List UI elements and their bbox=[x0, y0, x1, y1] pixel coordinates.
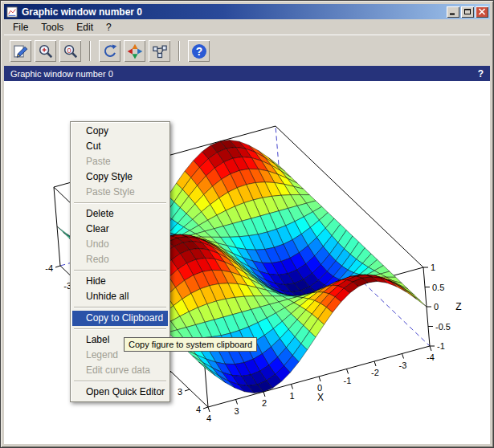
rotate-icon bbox=[102, 43, 118, 59]
svg-text:?: ? bbox=[195, 46, 202, 58]
menubar-item-tools[interactable]: Tools bbox=[35, 20, 70, 35]
svg-text:-4: -4 bbox=[427, 352, 435, 362]
infobar: Graphic window number 0 ? bbox=[4, 66, 490, 81]
close-icon bbox=[478, 8, 486, 15]
infobar-help-button[interactable]: ? bbox=[478, 68, 484, 79]
export-icon bbox=[13, 43, 29, 59]
toolbar: 0? bbox=[4, 35, 490, 67]
context-menu-item-delete[interactable]: Delete bbox=[72, 206, 168, 222]
context-menu-item-cut[interactable]: Cut bbox=[72, 139, 168, 154]
menubar-item-help[interactable]: ? bbox=[100, 20, 118, 35]
export-button[interactable] bbox=[10, 40, 31, 62]
svg-text:3: 3 bbox=[234, 406, 239, 416]
context-menu: CopyCutPasteCopy StylePaste StyleDeleteC… bbox=[70, 121, 170, 402]
zoom-original-button[interactable]: 0 bbox=[59, 40, 81, 62]
svg-text:-1: -1 bbox=[437, 341, 445, 351]
help-icon: ? bbox=[191, 43, 207, 59]
context-menu-item-clear[interactable]: Clear bbox=[72, 222, 168, 237]
context-menu-item-paste-style: Paste Style bbox=[72, 185, 168, 200]
svg-text:3: 3 bbox=[178, 387, 182, 397]
svg-text:0: 0 bbox=[67, 46, 71, 54]
svg-text:-3: -3 bbox=[399, 360, 407, 370]
svg-text:2: 2 bbox=[262, 398, 267, 408]
context-menu-item-undo: Undo bbox=[72, 237, 168, 252]
context-menu-separator bbox=[74, 381, 166, 382]
minimize-button[interactable] bbox=[447, 6, 459, 18]
maximize-icon bbox=[463, 8, 472, 15]
context-menu-separator bbox=[74, 307, 166, 308]
menubar-item-file[interactable]: File bbox=[6, 20, 35, 35]
context-menu-item-unhide-all[interactable]: Unhide all bbox=[72, 289, 168, 304]
svg-text:1: 1 bbox=[431, 263, 435, 272]
infobar-title: Graphic window number 0 bbox=[10, 69, 113, 79]
rotation-3d-button[interactable] bbox=[124, 40, 145, 62]
ged-icon bbox=[152, 43, 168, 59]
context-menu-item-open-quick-editor[interactable]: Open Quick Editor bbox=[72, 385, 168, 400]
minimize-icon bbox=[449, 8, 457, 15]
svg-text:-4: -4 bbox=[45, 263, 53, 273]
context-menu-separator bbox=[74, 328, 166, 330]
zoom-in-icon bbox=[38, 43, 54, 59]
window-title: Graphic window number 0 bbox=[22, 6, 447, 18]
svg-text:1: 1 bbox=[289, 391, 294, 401]
svg-text:X: X bbox=[317, 392, 324, 403]
svg-text:4: 4 bbox=[206, 413, 211, 423]
ged-button[interactable] bbox=[149, 40, 170, 62]
maximize-button[interactable] bbox=[461, 6, 474, 18]
help-button[interactable]: ? bbox=[188, 40, 210, 62]
context-menu-separator bbox=[74, 202, 166, 204]
menubar-item-edit[interactable]: Edit bbox=[70, 20, 100, 35]
svg-text:0.5: 0.5 bbox=[432, 283, 444, 292]
toolbar-separator bbox=[89, 41, 91, 61]
axis-labels: XZ bbox=[317, 301, 462, 403]
window: Graphic window number 0 FileToolsEdit? 0… bbox=[0, 0, 494, 448]
context-menu-item-copy-style[interactable]: Copy Style bbox=[72, 169, 168, 185]
toolbar-separator bbox=[178, 41, 180, 61]
window-controls bbox=[447, 6, 488, 18]
svg-text:4: 4 bbox=[196, 405, 201, 414]
tooltip: Copy figure to system clipboard bbox=[124, 337, 257, 352]
svg-text:0: 0 bbox=[434, 302, 439, 312]
menubar: FileToolsEdit? bbox=[4, 19, 490, 35]
window-icon bbox=[6, 6, 18, 18]
context-menu-item-copy[interactable]: Copy bbox=[72, 124, 168, 139]
svg-text:Z: Z bbox=[455, 301, 461, 312]
context-menu-item-copy-to-clipboard[interactable]: Copy to Clipboard bbox=[72, 311, 168, 326]
zoom-original-icon: 0 bbox=[63, 43, 79, 59]
context-menu-item-hide[interactable]: Hide bbox=[72, 274, 168, 289]
context-menu-item-paste: Paste bbox=[72, 154, 168, 169]
svg-text:-0.5: -0.5 bbox=[435, 322, 451, 332]
svg-text:-1: -1 bbox=[344, 376, 352, 385]
zoom-in-button[interactable] bbox=[35, 40, 56, 62]
close-button[interactable] bbox=[476, 6, 488, 18]
context-menu-item-redo: Redo bbox=[72, 252, 168, 267]
titlebar[interactable]: Graphic window number 0 bbox=[4, 4, 490, 19]
context-menu-item-edit-curve-data: Edit curve data bbox=[72, 363, 168, 378]
rotation-3d-icon bbox=[127, 43, 143, 59]
context-menu-separator bbox=[74, 270, 166, 271]
rotate-button[interactable] bbox=[99, 40, 120, 62]
svg-text:-2: -2 bbox=[371, 368, 379, 377]
